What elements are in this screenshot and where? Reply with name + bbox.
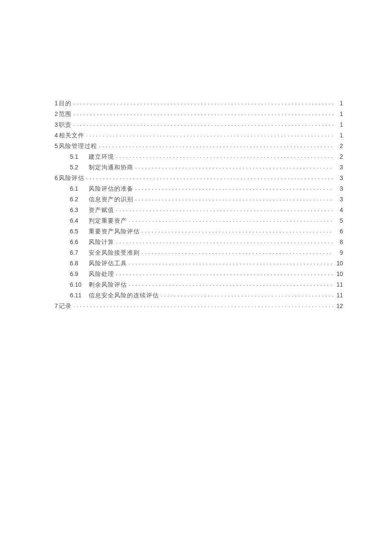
toc-entry-number: 6.8 xyxy=(70,258,88,269)
toc-leader-dots xyxy=(86,131,334,137)
toc-entry-title: 信息资产的识别 xyxy=(88,194,135,205)
toc-entry-title: 风险评估 xyxy=(58,173,86,183)
table-of-contents: 1目的12范围13职责14相关文件15风险管理过程25.1建立环境25.2制定沟… xyxy=(55,98,343,311)
toc-entry-title: 制定沟通和协商 xyxy=(88,162,135,173)
toc-entry-page: 3 xyxy=(334,173,343,183)
toc-entry-page: 3 xyxy=(334,162,343,173)
toc-leader-dots xyxy=(116,206,334,212)
toc-entry-page: 1 xyxy=(334,119,343,130)
toc-entry-page: 1 xyxy=(334,130,343,141)
toc-entry[interactable]: 6风险评估3 xyxy=(55,173,343,183)
toc-leader-dots xyxy=(161,291,334,297)
toc-leader-dots xyxy=(116,270,334,276)
toc-entry-number: 7 xyxy=(55,301,58,311)
toc-leader-dots xyxy=(141,249,334,255)
toc-leader-dots xyxy=(86,174,334,180)
toc-entry-number: 6.11 xyxy=(70,290,88,301)
toc-entry[interactable]: 6.11信息安全风险的连续评估11 xyxy=(70,290,343,301)
toc-entry[interactable]: 3职责1 xyxy=(55,119,343,130)
toc-entry-title: 判定重要资产 xyxy=(88,215,129,226)
toc-entry-number: 6.5 xyxy=(70,226,88,237)
toc-entry[interactable]: 6.4判定重要资产5 xyxy=(70,215,343,226)
toc-entry-number: 4 xyxy=(55,130,58,141)
toc-leader-dots xyxy=(99,142,334,148)
toc-entry-number: 5 xyxy=(55,141,58,151)
toc-entry-title: 资产赋值 xyxy=(88,205,116,215)
toc-entry-page: 5 xyxy=(334,215,343,226)
toc-entry-title: 风险评估工具 xyxy=(88,258,129,269)
toc-entry-page: 4 xyxy=(334,205,343,215)
toc-entry-title: 重要资产风险评估 xyxy=(88,226,141,237)
toc-entry[interactable]: 1目的1 xyxy=(55,98,343,109)
toc-entry-number: 1 xyxy=(55,98,58,109)
toc-leader-dots xyxy=(135,163,334,169)
toc-entry-title: 相关文件 xyxy=(58,130,86,141)
toc-entry-page: 1 xyxy=(334,109,343,119)
toc-entry-page: 10 xyxy=(334,258,343,269)
toc-entry[interactable]: 6.8风险评估工具10 xyxy=(70,258,343,269)
toc-entry-title: 风险管理过程 xyxy=(58,141,99,151)
toc-entry-page: 11 xyxy=(334,279,343,290)
toc-entry-page: 6 xyxy=(334,226,343,237)
toc-entry-page: 12 xyxy=(334,301,343,311)
toc-entry-title: 风险计算 xyxy=(88,237,116,247)
toc-entry-page: 2 xyxy=(334,151,343,162)
toc-entry-title: 安全风险接受准则 xyxy=(88,247,141,258)
toc-entry-title: 信息安全风险的连续评估 xyxy=(88,290,161,301)
toc-entry-number: 3 xyxy=(55,119,58,130)
toc-leader-dots xyxy=(116,238,334,244)
toc-entry-title: 建立环境 xyxy=(88,151,116,162)
toc-entry[interactable]: 6.9风险处理10 xyxy=(70,269,343,279)
toc-entry[interactable]: 4相关文件1 xyxy=(55,130,343,141)
toc-entry-number: 6.1 xyxy=(70,183,88,194)
toc-entry-title: 目的 xyxy=(58,98,73,109)
toc-entry-number: 6.7 xyxy=(70,247,88,258)
toc-entry-page: 1 xyxy=(334,98,343,109)
toc-entry-title: 风险处理 xyxy=(88,269,116,279)
toc-entry-number: 6.2 xyxy=(70,194,88,205)
toc-leader-dots xyxy=(116,153,334,159)
toc-leader-dots xyxy=(135,195,334,201)
toc-entry-title: 职责 xyxy=(58,119,73,130)
toc-entry-title: 风险评估的准备 xyxy=(88,183,135,194)
toc-leader-dots xyxy=(129,217,334,223)
toc-entry[interactable]: 6.5重要资产风险评估6 xyxy=(70,226,343,237)
toc-entry-page: 10 xyxy=(334,269,343,279)
toc-entry-number: 6.4 xyxy=(70,215,88,226)
toc-entry[interactable]: 7记录12 xyxy=(55,301,343,311)
toc-entry[interactable]: 2范围1 xyxy=(55,109,343,119)
toc-leader-dots xyxy=(73,302,334,308)
toc-entry-page: 8 xyxy=(334,237,343,247)
toc-entry[interactable]: 5风险管理过程2 xyxy=(55,141,343,151)
toc-entry-number: 6.6 xyxy=(70,237,88,247)
toc-entry-number: 2 xyxy=(55,109,58,119)
toc-leader-dots xyxy=(73,121,334,127)
toc-entry-number: 6.3 xyxy=(70,205,88,215)
toc-entry-number: 6.10 xyxy=(70,279,88,290)
toc-entry-page: 2 xyxy=(334,141,343,151)
toc-entry[interactable]: 5.2制定沟通和协商3 xyxy=(70,162,343,173)
toc-entry[interactable]: 6.1风险评估的准备3 xyxy=(70,183,343,194)
toc-entry-number: 6 xyxy=(55,173,58,183)
toc-leader-dots xyxy=(73,110,334,116)
toc-leader-dots xyxy=(129,259,334,265)
document-page: 1目的12范围13职责14相关文件15风险管理过程25.1建立环境25.2制定沟… xyxy=(0,0,392,311)
toc-entry-page: 9 xyxy=(334,247,343,258)
toc-leader-dots xyxy=(129,281,334,287)
toc-leader-dots xyxy=(141,227,334,233)
toc-entry[interactable]: 6.7安全风险接受准则9 xyxy=(70,247,343,258)
toc-entry[interactable]: 5.1建立环境2 xyxy=(70,151,343,162)
toc-entry[interactable]: 6.10剩余风险评估11 xyxy=(70,279,343,290)
toc-entry-title: 记录 xyxy=(58,301,73,311)
toc-entry-page: 3 xyxy=(334,194,343,205)
toc-entry[interactable]: 6.3资产赋值4 xyxy=(70,205,343,215)
toc-entry-page: 11 xyxy=(334,290,343,301)
toc-entry-title: 范围 xyxy=(58,109,73,119)
toc-entry-title: 剩余风险评估 xyxy=(88,279,129,290)
toc-entry[interactable]: 6.2信息资产的识别3 xyxy=(70,194,343,205)
toc-entry-number: 5.2 xyxy=(70,162,88,173)
toc-entry[interactable]: 6.6风险计算8 xyxy=(70,237,343,247)
toc-entry-number: 5.1 xyxy=(70,151,88,162)
toc-leader-dots xyxy=(73,99,334,105)
toc-entry-page: 3 xyxy=(334,183,343,194)
